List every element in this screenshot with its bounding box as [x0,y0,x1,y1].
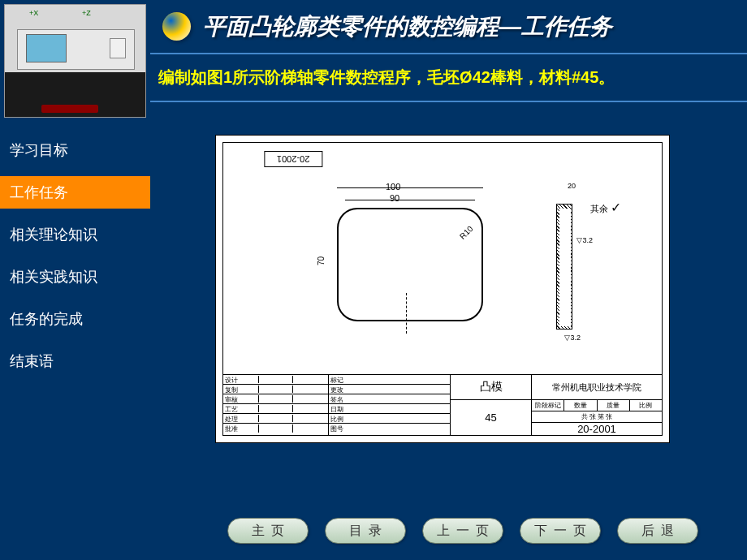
home-button[interactable]: 主页 [227,518,309,544]
main-content: 平面凸轮廓类零件的数控编程—工作任务 编制如图1所示阶梯轴零件数控程序，毛坯Ø4… [150,0,747,560]
dimension-20: 20 [568,182,576,190]
tb-header: 质量 [598,400,630,411]
roughness-symbol-1: ▽3.2 [576,236,593,244]
title-sphere-icon [162,12,191,41]
side-view-inner [559,209,571,326]
next-button[interactable]: 下一页 [520,518,601,544]
task-description: 编制如图1所示阶梯轴零件数控程序，毛坯Ø42棒料，材料#45。 [158,67,739,88]
button-bar: 主页 目录 上一页 下一页 后退 [227,518,698,544]
part-name: 凸模 [451,375,532,399]
material: 45 [451,400,532,435]
title-block-left: 设计 复制 审核 工艺 处理 批准 [223,375,329,435]
axis-label-x: +X [29,9,38,17]
tb-label: 设计 [225,376,259,383]
tb-label: 处理 [225,415,259,422]
tb-label: 批准 [225,424,259,433]
sidebar: +X +Z 学习目标 工作任务 相关理论知识 相关实践知识 任务的完成 结束语 [0,0,150,560]
tb-label: 复制 [225,386,259,393]
title-block-mid: 标记 更改 签名 日期 比例 图号 [329,375,451,435]
tb-label: 签名 [329,394,450,404]
centerline [406,293,414,334]
nav-item-objectives[interactable]: 学习目标 [0,134,150,166]
technical-drawing: 20-2001 100 90 R10 70 20 其余 ✓ ▽3.2 ▽3.2 [215,135,670,443]
school-name: 常州机电职业技术学院 [532,375,662,399]
nav-item-conclusion[interactable]: 结束语 [0,345,150,377]
tb-label: 比例 [329,414,450,424]
tb-header: 数量 [564,400,597,411]
tb-header: 比例 [630,400,662,411]
drawing-number-rotated: 20-2001 [264,151,322,167]
tb-label: 标记 [329,375,450,385]
machine-illustration: +X +Z [4,4,146,118]
machine-control-panel [110,38,126,58]
roughness-symbol-2: ▽3.2 [564,334,581,342]
nav-item-theory[interactable]: 相关理论知识 [0,218,150,251]
surface-finish-note: 其余 ✓ [590,200,621,215]
toc-button[interactable]: 目录 [325,518,406,544]
tb-label: 更改 [329,385,450,394]
title-block: 设计 复制 审核 工艺 处理 批准 标记 更改 签名 日期 比例 图号 [223,374,662,435]
surface-note-text: 其余 [590,204,608,213]
title-block-right: 凸模 常州机电职业技术学院 45 阶段标记 数量 质量 比例 [451,375,662,435]
dim-line [345,200,475,200]
subtitle-bar: 编制如图1所示阶梯轴零件数控程序，毛坯Ø42棒料，材料#45。 [150,53,747,102]
sheet-label: 共 张 第 张 [532,411,662,422]
tb-header: 阶段标记 [532,400,564,411]
prev-button[interactable]: 上一页 [422,518,503,544]
machine-body [17,29,135,70]
machine-window [26,34,67,62]
nav-menu: 学习目标 工作任务 相关理论知识 相关实践知识 任务的完成 结束语 [0,134,150,377]
nav-item-completion[interactable]: 任务的完成 [0,303,150,335]
drawing-area: 20-2001 100 90 R10 70 20 其余 ✓ ▽3.2 ▽3.2 [150,102,747,492]
dimension-100: 100 [386,182,400,192]
part-side-view [556,204,572,330]
nav-item-task[interactable]: 工作任务 [0,176,150,209]
back-button[interactable]: 后退 [617,518,698,544]
drawing-number: 20-2001 [532,423,662,435]
drawing-frame: 20-2001 100 90 R10 70 20 其余 ✓ ▽3.2 ▽3.2 [222,142,663,436]
tb-label: 工艺 [225,405,259,412]
tb-label: 图号 [329,424,450,433]
tb-label: 日期 [329,404,450,414]
title-bar: 平面凸轮廓类零件的数控编程—工作任务 [150,0,747,53]
page-title: 平面凸轮廓类零件的数控编程—工作任务 [203,11,612,42]
machine-base [41,105,98,113]
axis-label-z: +Z [82,9,91,17]
nav-item-practice[interactable]: 相关实践知识 [0,261,150,293]
dimension-height: 70 [317,256,326,265]
dimension-90: 90 [390,193,399,203]
dim-line [337,187,483,188]
tb-label: 审核 [225,395,259,403]
